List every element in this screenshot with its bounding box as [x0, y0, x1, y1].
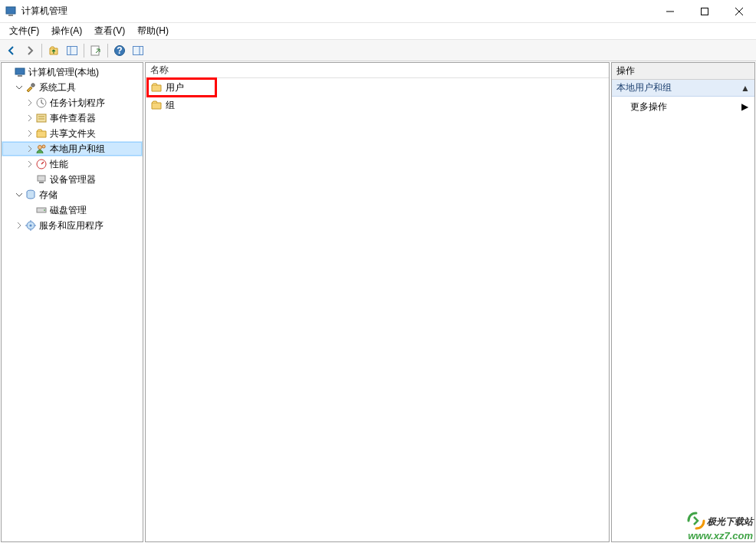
expander-icon[interactable]: [25, 205, 35, 216]
menu-action[interactable]: 操作(A): [45, 23, 88, 39]
export-list-button[interactable]: [87, 42, 104, 59]
services-icon: [25, 219, 37, 232]
column-label: 名称: [150, 64, 169, 77]
list-item-label: 用户: [166, 81, 184, 94]
show-hide-tree-button[interactable]: [64, 42, 81, 59]
node-label: 本地用户和组: [50, 143, 105, 156]
tree-storage[interactable]: 存储: [2, 187, 143, 202]
chevron-right-icon[interactable]: [25, 159, 35, 169]
node-label: 性能: [50, 158, 68, 171]
toolbar-separator: [41, 44, 42, 58]
tree-system-tools[interactable]: 系统工具: [2, 80, 143, 95]
tree-root[interactable]: 计算机管理(本地): [2, 64, 143, 80]
shared-folder-icon: [35, 127, 48, 140]
svg-rect-17: [37, 114, 46, 122]
back-button[interactable]: [3, 42, 20, 59]
menu-view[interactable]: 查看(V): [88, 23, 131, 39]
svg-rect-0: [6, 7, 15, 14]
actions-more-label: 更多操作: [630, 100, 667, 114]
svg-rect-24: [39, 182, 44, 183]
chevron-right-icon[interactable]: [25, 113, 35, 123]
column-header-name[interactable]: 名称: [146, 63, 609, 78]
svg-point-21: [42, 145, 45, 148]
chevron-down-icon[interactable]: [14, 189, 25, 200]
list-panel: 名称 用户 组: [145, 62, 610, 542]
menu-file[interactable]: 文件(F): [3, 23, 45, 39]
node-label: 存储: [39, 189, 58, 202]
folder-icon: [150, 99, 163, 111]
tree-disk-management[interactable]: 磁盘管理: [2, 202, 143, 218]
tree-shared-folders[interactable]: 共享文件夹: [2, 126, 143, 141]
highlight-annotation: 用户: [146, 77, 217, 97]
toolbar-separator: [107, 44, 108, 58]
tree-event-viewer[interactable]: 事件查看器: [2, 110, 143, 126]
tree-panel[interactable]: 计算机管理(本地) 系统工具 任务计划程序 事件查看器 共享文件夹: [1, 62, 143, 542]
performance-icon: [35, 158, 48, 170]
window-title: 计算机管理: [21, 5, 652, 18]
window-controls: [652, 0, 756, 23]
svg-point-15: [31, 84, 35, 87]
actions-header: 操作: [612, 63, 754, 80]
svg-rect-14: [18, 75, 22, 77]
minimize-button[interactable]: [652, 0, 687, 23]
event-icon: [35, 112, 48, 124]
storage-icon: [25, 189, 37, 201]
folder-icon: [150, 81, 163, 94]
computer-icon: [14, 66, 26, 78]
forward-button[interactable]: [21, 42, 38, 59]
svg-rect-6: [67, 46, 77, 54]
actions-more[interactable]: 更多操作 ▶: [612, 97, 754, 117]
svg-rect-11: [133, 46, 143, 54]
maximize-button[interactable]: [687, 0, 721, 23]
svg-point-20: [38, 146, 42, 150]
node-label: 系统工具: [39, 81, 76, 94]
list-body[interactable]: 用户 组: [146, 78, 609, 541]
actions-section-label: 本地用户和组: [616, 81, 672, 94]
list-item-label: 组: [166, 99, 175, 112]
users-icon: [35, 143, 48, 155]
chevron-right-icon: ▶: [741, 101, 748, 112]
collapse-arrow-icon[interactable]: ▲: [741, 83, 750, 94]
node-label: 计算机管理(本地): [28, 66, 99, 79]
node-label: 服务和应用程序: [39, 219, 104, 232]
actions-panel: 操作 本地用户和组 ▲ 更多操作 ▶: [611, 62, 755, 542]
chevron-right-icon[interactable]: [25, 97, 35, 108]
actions-section[interactable]: 本地用户和组 ▲: [612, 80, 754, 97]
tree-local-users-groups[interactable]: 本地用户和组: [2, 141, 143, 156]
app-icon: [5, 5, 17, 18]
chevron-right-icon[interactable]: [25, 128, 35, 139]
tree-services-apps[interactable]: 服务和应用程序: [2, 218, 143, 233]
svg-rect-1: [8, 15, 13, 16]
menu-help[interactable]: 帮助(H): [131, 23, 175, 39]
list-item-groups[interactable]: 组: [149, 97, 606, 113]
list-item-users[interactable]: 用户: [149, 80, 184, 95]
svg-point-29: [30, 225, 32, 227]
menubar: 文件(F) 操作(A) 查看(V) 帮助(H): [0, 23, 756, 40]
node-label: 任务计划程序: [50, 97, 105, 110]
show-actions-pane-button[interactable]: [130, 42, 146, 59]
node-label: 事件查看器: [50, 112, 96, 125]
tree-performance[interactable]: 性能: [2, 156, 143, 172]
disk-icon: [35, 204, 48, 216]
toolbar-separator: [84, 44, 84, 58]
svg-rect-3: [701, 8, 708, 15]
chevron-right-icon[interactable]: [14, 220, 25, 231]
tree-task-scheduler[interactable]: 任务计划程序: [2, 95, 143, 110]
chevron-right-icon[interactable]: [25, 143, 35, 154]
device-icon: [35, 173, 48, 186]
expander-icon[interactable]: [25, 174, 35, 185]
svg-point-27: [44, 209, 45, 211]
tree-device-manager[interactable]: 设备管理器: [2, 172, 143, 187]
node-label: 共享文件夹: [50, 127, 96, 140]
tools-icon: [25, 81, 37, 94]
svg-rect-23: [38, 176, 45, 181]
close-button[interactable]: [721, 0, 756, 23]
clock-icon: [35, 97, 48, 109]
expander-icon[interactable]: [3, 67, 14, 77]
chevron-down-icon[interactable]: [14, 82, 25, 93]
node-label: 设备管理器: [50, 173, 96, 186]
toolbar: ?: [0, 40, 756, 61]
up-button[interactable]: [45, 42, 62, 59]
actions-header-label: 操作: [616, 64, 635, 77]
help-button[interactable]: ?: [111, 42, 128, 59]
